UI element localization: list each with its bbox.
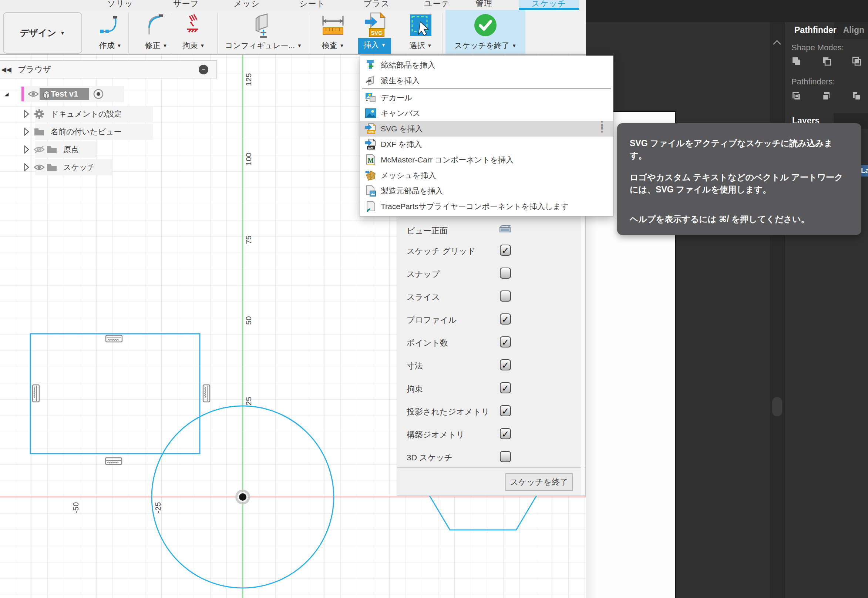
- palette-row-1: スケッチ グリッド✓: [397, 243, 585, 260]
- toolbar-group-label[interactable]: 挿入 ▼: [358, 38, 391, 54]
- expand-arrow-icon[interactable]: [20, 109, 33, 118]
- palette-row-2: スナップ: [397, 266, 585, 284]
- palette-checkbox-checked[interactable]: ✓: [500, 314, 511, 324]
- finish-sketch-button[interactable]: スケッチを終了: [505, 473, 573, 491]
- toolbar-separator: [442, 13, 443, 54]
- menu-item-6[interactable]: MMcMaster-Carr コンポーネントを挿入: [360, 152, 613, 167]
- toolbar-group-label[interactable]: 拘束 ▼: [182, 39, 205, 54]
- tab-5[interactable]: ユーティ...: [414, 0, 460, 10]
- browser-root-row[interactable]: Test v1: [0, 86, 105, 102]
- select-cursor-icon: [409, 12, 432, 39]
- y-axis-tick-label: 75: [244, 235, 253, 244]
- tab-6[interactable]: 管理: [471, 0, 497, 10]
- menu-item-7[interactable]: メッシュを挿入: [360, 167, 613, 183]
- toolbar-group-label[interactable]: 検査 ▼: [322, 39, 344, 54]
- menu-item-5[interactable]: DXFDXF を挿入: [360, 136, 613, 152]
- menu-item-2[interactable]: デカール: [360, 90, 613, 105]
- toolbar-group-4[interactable]: 検査 ▼: [314, 10, 352, 54]
- insert-dropdown-menu: 締結部品を挿入派生を挿入デカールキャンバスSVGSVG を挿入⋮⋮DXFDXF …: [360, 55, 614, 217]
- tab-align[interactable]: Align: [843, 25, 865, 35]
- menu-item-8[interactable]: 製造元部品を挿入: [360, 183, 613, 199]
- palette-scrollbar[interactable]: [581, 216, 584, 495]
- view-front-icon-button[interactable]: [497, 224, 512, 236]
- expand-arrow-icon[interactable]: [20, 127, 33, 136]
- selected-layer-row-fragment[interactable]: Lay: [861, 165, 868, 176]
- tab-pathfinder[interactable]: Pathfinder: [794, 25, 837, 35]
- canvas-icon: [365, 108, 377, 118]
- toolbar-group-label[interactable]: コンフィギュレー... ▼: [225, 39, 302, 54]
- toolbar-separator: [171, 13, 171, 54]
- traceparts-icon: [365, 200, 377, 212]
- menu-item-3[interactable]: キャンバス: [360, 105, 613, 121]
- illustrator-scrollbar-thumb[interactable]: [772, 397, 782, 416]
- tree-node-label[interactable]: スケッチ: [63, 162, 95, 172]
- eye-icon[interactable]: [33, 164, 45, 171]
- browser-node-1[interactable]: 名前の付いたビュー: [0, 124, 121, 140]
- chevron-up-icon[interactable]: [772, 39, 782, 46]
- menu-item-label: メッシュを挿入: [381, 170, 436, 181]
- palette-checkbox-unchecked[interactable]: [500, 451, 511, 462]
- expand-arrow-icon[interactable]: [20, 163, 33, 172]
- workspace-selector-button[interactable]: デザイン ▼: [3, 12, 82, 54]
- browser-panel-header: ◀◀ ブラウザ −: [0, 60, 217, 78]
- minus-circle-icon[interactable]: −: [199, 65, 208, 75]
- pathfinder-unite-icon[interactable]: [792, 56, 801, 68]
- tab-2[interactable]: メッシュ: [229, 0, 264, 10]
- pathfinder-trim-icon[interactable]: [822, 91, 832, 103]
- tab-3[interactable]: シート メ...: [288, 0, 337, 10]
- menu-item-4[interactable]: SVGSVG を挿入⋮⋮: [360, 121, 613, 136]
- toolbar-group-6[interactable]: 選択 ▼: [399, 10, 442, 54]
- pathfinder-intersect-icon[interactable]: [852, 56, 862, 68]
- root-component-label[interactable]: Test v1: [40, 88, 89, 100]
- palette-checkbox-checked[interactable]: ✓: [500, 428, 511, 439]
- toolbar-group-label[interactable]: 修正 ▼: [145, 39, 167, 54]
- pathfinder-merge-icon[interactable]: [852, 91, 862, 103]
- palette-checkbox-checked[interactable]: ✓: [500, 245, 511, 256]
- palette-checkbox-unchecked[interactable]: [500, 268, 511, 279]
- palette-checkbox-checked[interactable]: ✓: [500, 336, 511, 347]
- command-tooltip: SVG ファイルをアクティブなスケッチに読み込みます。 ロゴやカスタム テキスト…: [617, 123, 861, 235]
- tree-node-label[interactable]: 原点: [63, 144, 79, 155]
- radio-target-icon[interactable]: [92, 88, 105, 100]
- workspace-selector-label: デザイン: [20, 27, 56, 39]
- tab-0[interactable]: ソリッド: [103, 0, 137, 10]
- tree-node-label[interactable]: 名前の付いたビュー: [51, 127, 121, 137]
- toolbar-group-2[interactable]: 拘束 ▼: [174, 10, 213, 54]
- toolbar-group-0[interactable]: 作成 ▼: [92, 10, 129, 54]
- menu-item-0[interactable]: 締結部品を挿入: [360, 57, 613, 73]
- palette-row-label: 3D スケッチ: [406, 452, 453, 463]
- palette-row-label: ビュー正面: [406, 225, 448, 236]
- palette-row-10: 3D スケッチ: [397, 449, 585, 467]
- expand-triangle-icon[interactable]: [0, 90, 13, 98]
- toolbar-group-5[interactable]: SVG挿入 ▼: [356, 10, 393, 54]
- pathfinder-divide-icon[interactable]: [792, 91, 801, 103]
- menu-item-label: 製造元部品を挿入: [381, 186, 443, 196]
- eye-off-icon[interactable]: [33, 145, 45, 154]
- browser-node-3[interactable]: スケッチ: [0, 159, 95, 175]
- toolbar-group-7[interactable]: スケッチを終了 ▼: [445, 10, 525, 54]
- palette-checkbox-checked[interactable]: ✓: [500, 405, 511, 416]
- toolbar-group-label[interactable]: 作成 ▼: [99, 39, 122, 54]
- tree-node-label[interactable]: ドキュメントの設定: [51, 109, 122, 119]
- tooltip-line-2: ロゴやカスタム テキストなどのベクトル アートワークには、SVG ファイルを使用…: [630, 171, 849, 196]
- chevron-down-icon: ▼: [60, 30, 65, 36]
- toolbar-group-1[interactable]: 修正 ▼: [137, 10, 175, 54]
- palette-checkbox-unchecked[interactable]: [500, 290, 511, 302]
- expand-arrow-icon[interactable]: [20, 145, 33, 154]
- palette-checkbox-checked[interactable]: ✓: [500, 382, 511, 393]
- pathfinder-minus-icon[interactable]: [822, 56, 832, 68]
- toolbar-group-label[interactable]: スケッチを終了 ▼: [454, 39, 517, 54]
- toolbar-group-label[interactable]: 選択 ▼: [409, 39, 432, 54]
- tab-4[interactable]: プラスチ...: [353, 0, 400, 10]
- tab-1[interactable]: サーフェス: [165, 0, 207, 10]
- svg-text:SVG: SVG: [368, 130, 374, 134]
- palette-checkbox-checked[interactable]: ✓: [500, 359, 511, 371]
- toolbar-group-3[interactable]: コンフィギュレー... ▼: [219, 10, 308, 54]
- browser-node-0[interactable]: ドキュメントの設定: [0, 106, 122, 122]
- eye-icon[interactable]: [27, 90, 40, 98]
- menu-item-9[interactable]: TracePartsサプライヤーコンポーネントを挿入します: [360, 199, 613, 214]
- collapse-left-icon[interactable]: ◀◀: [0, 66, 13, 74]
- browser-node-2[interactable]: 原点: [0, 141, 79, 158]
- overflow-dots-icon[interactable]: ⋮⋮: [598, 123, 607, 131]
- menu-item-1[interactable]: 派生を挿入: [360, 73, 613, 88]
